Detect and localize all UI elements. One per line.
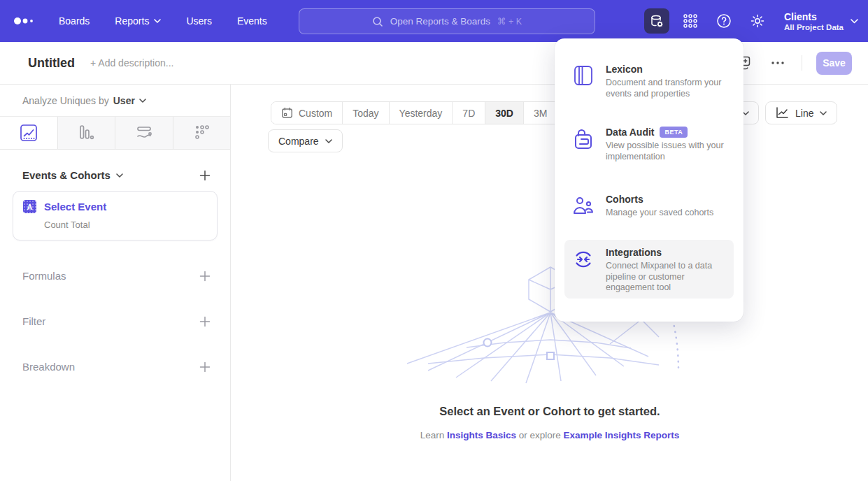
help-button[interactable] xyxy=(711,8,737,34)
select-event-label[interactable]: Select Event xyxy=(44,201,106,213)
help-icon xyxy=(716,13,732,29)
save-button[interactable]: Save xyxy=(816,52,852,75)
formulas-label: Formulas xyxy=(22,270,66,282)
or-explore-text: or explore xyxy=(516,430,564,440)
event-card[interactable]: A Select Event Count Total xyxy=(13,191,218,240)
date-range-custom[interactable]: Custom xyxy=(271,102,343,124)
add-breakdown-button[interactable] xyxy=(199,361,211,373)
date-range-label: Today xyxy=(353,108,378,119)
calendar-icon xyxy=(281,107,293,119)
mixpanel-logo-icon[interactable] xyxy=(13,15,41,27)
project-scope: All Project Data xyxy=(784,23,844,31)
add-description-field[interactable]: + Add description... xyxy=(90,57,173,69)
example-insights-reports-link[interactable]: Example Insights Reports xyxy=(564,430,680,440)
nav-item-events[interactable]: Events xyxy=(237,15,267,27)
breakdown-label: Breakdown xyxy=(22,361,75,373)
count-total-dropdown[interactable]: Count Total xyxy=(44,220,207,230)
primary-nav: Boards Reports Users Events xyxy=(59,15,267,27)
events-cohorts-dropdown[interactable]: Events & Cohorts xyxy=(22,169,123,181)
tab-bar-chart[interactable] xyxy=(58,117,116,149)
chevron-down-icon xyxy=(154,19,161,23)
tab-scatter-chart[interactable] xyxy=(173,117,231,149)
global-search-input[interactable]: Open Reports & Boards ⌘ + K xyxy=(299,8,595,34)
data-management-popover: Lexicon Document and transform your even… xyxy=(555,38,744,322)
project-name: Clients xyxy=(784,11,844,23)
plus-icon xyxy=(199,271,211,282)
date-range-label: Yesterday xyxy=(399,108,443,119)
date-range-30d[interactable]: 30D xyxy=(485,102,524,124)
book-icon xyxy=(574,65,593,86)
menu-item-description: View possible issues with your implement… xyxy=(606,141,727,162)
database-gear-icon xyxy=(649,13,664,29)
chevron-down-icon xyxy=(116,173,123,178)
date-range-7d[interactable]: 7D xyxy=(453,102,485,124)
menu-item-integrations[interactable]: Integrations Connect Mixpanel to a data … xyxy=(564,240,734,299)
ellipsis-icon xyxy=(771,62,784,64)
menu-item-description: Manage your saved cohorts xyxy=(606,208,713,219)
chart-type-dropdown[interactable]: Line xyxy=(765,101,837,124)
add-formula-button[interactable] xyxy=(199,271,211,282)
menu-item-title: Integrations xyxy=(606,247,662,258)
menu-item-description: Document and transform your events and p… xyxy=(606,78,727,99)
chevron-down-icon xyxy=(820,111,827,115)
date-range-label: Custom xyxy=(299,108,332,119)
project-switcher[interactable]: Clients All Project Data xyxy=(784,11,858,31)
insights-basics-link[interactable]: Insights Basics xyxy=(447,430,516,440)
nav-item-label: Boards xyxy=(59,15,90,27)
search-shortcut: ⌘ + K xyxy=(497,16,522,27)
empty-state: Select an Event or Cohort to get started… xyxy=(232,405,868,440)
menu-item-data-audit[interactable]: Data Audit BETA View possible issues wit… xyxy=(564,120,734,169)
menu-item-description: Connect Mixpanel to a data pipeline or c… xyxy=(606,261,727,294)
add-filter-button[interactable] xyxy=(199,316,211,327)
analyze-label: Analyze Uniques by xyxy=(22,95,109,106)
date-range-label: 30D xyxy=(495,108,513,119)
nav-item-boards[interactable]: Boards xyxy=(59,15,90,27)
filter-section: Filter xyxy=(0,315,230,327)
top-navbar: Boards Reports Users Events Open Reports… xyxy=(0,0,868,42)
events-section-header: Events & Cohorts xyxy=(0,169,230,181)
date-range-yesterday[interactable]: Yesterday xyxy=(390,102,453,124)
empty-state-heading: Select an Event or Cohort to get started… xyxy=(232,405,868,418)
settings-button[interactable] xyxy=(745,8,770,34)
plus-icon xyxy=(199,170,211,181)
apps-grid-button[interactable] xyxy=(678,8,703,34)
menu-item-lexicon[interactable]: Lexicon Document and transform your even… xyxy=(564,57,734,106)
data-management-button[interactable] xyxy=(644,8,669,34)
nav-item-reports[interactable]: Reports xyxy=(115,15,161,27)
date-range-3m[interactable]: 3M xyxy=(524,102,557,124)
compare-dropdown[interactable]: Compare xyxy=(268,129,343,152)
more-options-button[interactable] xyxy=(768,53,788,73)
plus-icon xyxy=(199,316,211,327)
date-range-today[interactable]: Today xyxy=(343,102,389,124)
add-event-button[interactable] xyxy=(199,170,211,181)
menu-item-cohorts[interactable]: Cohorts Manage your saved cohorts xyxy=(564,187,734,226)
report-actions: Save xyxy=(734,52,852,75)
plus-icon xyxy=(199,361,211,373)
analyze-uniques-dropdown[interactable]: User xyxy=(113,95,146,106)
date-range-label: 7D xyxy=(462,108,475,119)
apps-grid-icon xyxy=(683,13,698,29)
chevron-down-icon xyxy=(139,99,146,103)
learn-prefix: Learn xyxy=(420,430,447,440)
compare-label: Compare xyxy=(278,136,319,147)
search-placeholder: Open Reports & Boards xyxy=(390,16,490,27)
tab-flow-chart[interactable] xyxy=(115,117,173,149)
query-builder-sidebar: Analyze Uniques by User xyxy=(0,85,231,481)
report-title[interactable]: Untitled xyxy=(28,56,75,71)
audit-lock-icon xyxy=(573,128,594,150)
empty-state-links: Learn Insights Basics or explore Example… xyxy=(232,430,868,440)
scatter-chart-icon xyxy=(192,123,211,143)
flow-chart-icon xyxy=(134,123,154,143)
date-range-control: Custom Today Yesterday 7D 30D 3M 6M xyxy=(271,101,592,124)
report-canvas: Custom Today Yesterday 7D 30D 3M 6M Comp… xyxy=(232,85,868,481)
event-letter-badge: A xyxy=(23,200,36,213)
sync-arrows-icon xyxy=(572,248,595,271)
analyze-row: Analyze Uniques by User xyxy=(0,85,230,106)
nav-item-label: Events xyxy=(237,15,267,27)
tab-line-chart[interactable] xyxy=(0,117,58,149)
people-icon xyxy=(572,195,595,216)
beta-badge: BETA xyxy=(660,127,688,138)
formulas-section: Formulas xyxy=(0,270,230,282)
menu-item-title: Data Audit xyxy=(606,127,654,138)
nav-item-users[interactable]: Users xyxy=(186,15,212,27)
